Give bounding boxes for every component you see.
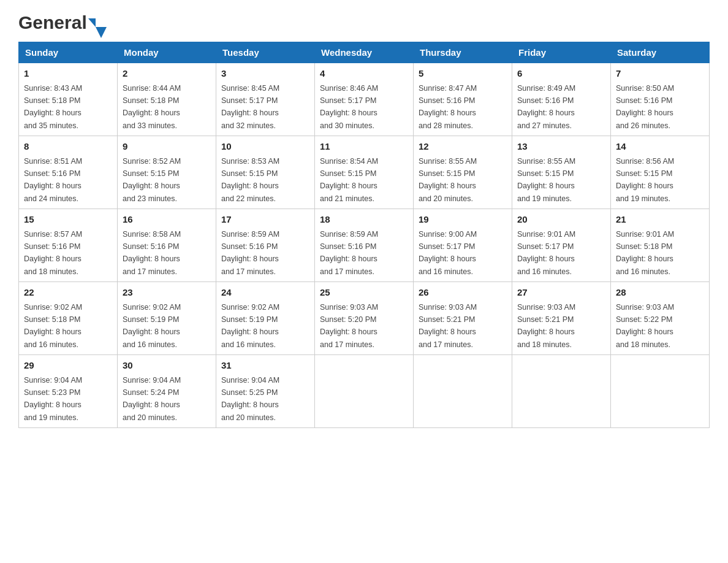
- page-header: General: [18, 12, 710, 29]
- day-number: 6: [517, 67, 605, 81]
- day-info: Sunrise: 9:03 AMSunset: 5:21 PMDaylight:…: [517, 303, 575, 349]
- day-info: Sunrise: 9:03 AMSunset: 5:20 PMDaylight:…: [320, 303, 378, 349]
- day-info: Sunrise: 9:03 AMSunset: 5:21 PMDaylight:…: [419, 303, 477, 349]
- day-info: Sunrise: 8:56 AMSunset: 5:15 PMDaylight:…: [616, 157, 674, 203]
- day-number: 10: [221, 140, 309, 154]
- day-info: Sunrise: 9:04 AMSunset: 5:23 PMDaylight:…: [24, 376, 82, 422]
- calendar-cell: 13 Sunrise: 8:55 AMSunset: 5:15 PMDaylig…: [512, 136, 611, 209]
- day-info: Sunrise: 9:02 AMSunset: 5:19 PMDaylight:…: [221, 303, 279, 349]
- calendar-cell: 7 Sunrise: 8:50 AMSunset: 5:16 PMDayligh…: [611, 63, 710, 136]
- day-info: Sunrise: 9:04 AMSunset: 5:25 PMDaylight:…: [221, 376, 279, 422]
- calendar-cell: 4 Sunrise: 8:46 AMSunset: 5:17 PMDayligh…: [315, 63, 414, 136]
- day-info: Sunrise: 9:01 AMSunset: 5:17 PMDaylight:…: [517, 230, 575, 276]
- day-info: Sunrise: 8:51 AMSunset: 5:16 PMDaylight:…: [24, 157, 82, 203]
- day-number: 18: [320, 213, 408, 227]
- calendar-cell: [611, 355, 710, 428]
- week-row-3: 15 Sunrise: 8:57 AMSunset: 5:16 PMDaylig…: [19, 209, 710, 282]
- day-number: 27: [517, 286, 605, 300]
- calendar-cell: 3 Sunrise: 8:45 AMSunset: 5:17 PMDayligh…: [216, 63, 315, 136]
- day-info: Sunrise: 9:01 AMSunset: 5:18 PMDaylight:…: [616, 230, 674, 276]
- header-saturday: Saturday: [611, 42, 710, 63]
- day-info: Sunrise: 8:43 AMSunset: 5:18 PMDaylight:…: [24, 84, 82, 130]
- day-info: Sunrise: 8:49 AMSunset: 5:16 PMDaylight:…: [517, 84, 575, 130]
- day-number: 19: [419, 213, 507, 227]
- day-number: 4: [320, 67, 408, 81]
- header-tuesday: Tuesday: [216, 42, 315, 63]
- day-number: 11: [320, 140, 408, 154]
- svg-marker-0: [96, 27, 107, 38]
- calendar-cell: 2 Sunrise: 8:44 AMSunset: 5:18 PMDayligh…: [118, 63, 216, 136]
- calendar-cell: 16 Sunrise: 8:58 AMSunset: 5:16 PMDaylig…: [118, 209, 216, 282]
- day-number: 13: [517, 140, 605, 154]
- day-number: 20: [517, 213, 605, 227]
- day-info: Sunrise: 8:57 AMSunset: 5:16 PMDaylight:…: [24, 230, 82, 276]
- header-sunday: Sunday: [19, 42, 118, 63]
- logo-general-text: General: [18, 12, 87, 33]
- day-info: Sunrise: 8:52 AMSunset: 5:15 PMDaylight:…: [123, 157, 181, 203]
- calendar-cell: 5 Sunrise: 8:47 AMSunset: 5:16 PMDayligh…: [414, 63, 512, 136]
- day-info: Sunrise: 9:03 AMSunset: 5:22 PMDaylight:…: [616, 303, 674, 349]
- day-number: 22: [24, 286, 112, 300]
- week-row-1: 1 Sunrise: 8:43 AMSunset: 5:18 PMDayligh…: [19, 63, 710, 136]
- day-info: Sunrise: 8:50 AMSunset: 5:16 PMDaylight:…: [616, 84, 674, 130]
- calendar-cell: 11 Sunrise: 8:54 AMSunset: 5:15 PMDaylig…: [315, 136, 414, 209]
- week-row-5: 29 Sunrise: 9:04 AMSunset: 5:23 PMDaylig…: [19, 355, 710, 428]
- day-info: Sunrise: 8:55 AMSunset: 5:15 PMDaylight:…: [517, 157, 575, 203]
- calendar-cell: 1 Sunrise: 8:43 AMSunset: 5:18 PMDayligh…: [19, 63, 118, 136]
- day-info: Sunrise: 9:00 AMSunset: 5:17 PMDaylight:…: [419, 230, 477, 276]
- calendar-cell: 23 Sunrise: 9:02 AMSunset: 5:19 PMDaylig…: [118, 282, 216, 355]
- day-number: 30: [123, 359, 211, 373]
- day-number: 8: [24, 140, 112, 154]
- day-number: 15: [24, 213, 112, 227]
- day-info: Sunrise: 8:44 AMSunset: 5:18 PMDaylight:…: [123, 84, 181, 130]
- day-info: Sunrise: 8:53 AMSunset: 5:15 PMDaylight:…: [221, 157, 279, 203]
- calendar-cell: 15 Sunrise: 8:57 AMSunset: 5:16 PMDaylig…: [19, 209, 118, 282]
- calendar-header-row: SundayMondayTuesdayWednesdayThursdayFrid…: [19, 42, 710, 63]
- calendar-cell: 24 Sunrise: 9:02 AMSunset: 5:19 PMDaylig…: [216, 282, 315, 355]
- calendar-cell: 20 Sunrise: 9:01 AMSunset: 5:17 PMDaylig…: [512, 209, 611, 282]
- day-number: 14: [616, 140, 704, 154]
- logo-arrow-icon: [88, 18, 96, 27]
- day-number: 28: [616, 286, 704, 300]
- calendar-cell: 18 Sunrise: 8:59 AMSunset: 5:16 PMDaylig…: [315, 209, 414, 282]
- calendar-cell: 9 Sunrise: 8:52 AMSunset: 5:15 PMDayligh…: [118, 136, 216, 209]
- day-info: Sunrise: 8:59 AMSunset: 5:16 PMDaylight:…: [221, 230, 279, 276]
- calendar-cell: 27 Sunrise: 9:03 AMSunset: 5:21 PMDaylig…: [512, 282, 611, 355]
- calendar-cell: 19 Sunrise: 9:00 AMSunset: 5:17 PMDaylig…: [414, 209, 512, 282]
- day-info: Sunrise: 8:45 AMSunset: 5:17 PMDaylight:…: [221, 84, 279, 130]
- header-wednesday: Wednesday: [315, 42, 414, 63]
- header-monday: Monday: [118, 42, 216, 63]
- day-number: 21: [616, 213, 704, 227]
- day-number: 31: [221, 359, 309, 373]
- day-info: Sunrise: 8:46 AMSunset: 5:17 PMDaylight:…: [320, 84, 378, 130]
- day-number: 1: [24, 67, 112, 81]
- calendar-cell: 6 Sunrise: 8:49 AMSunset: 5:16 PMDayligh…: [512, 63, 611, 136]
- calendar-cell: 30 Sunrise: 9:04 AMSunset: 5:24 PMDaylig…: [118, 355, 216, 428]
- calendar-cell: 26 Sunrise: 9:03 AMSunset: 5:21 PMDaylig…: [414, 282, 512, 355]
- day-info: Sunrise: 8:54 AMSunset: 5:15 PMDaylight:…: [320, 157, 378, 203]
- day-number: 23: [123, 286, 211, 300]
- calendar-cell: 10 Sunrise: 8:53 AMSunset: 5:15 PMDaylig…: [216, 136, 315, 209]
- day-number: 7: [616, 67, 704, 81]
- day-info: Sunrise: 9:04 AMSunset: 5:24 PMDaylight:…: [123, 376, 181, 422]
- day-number: 2: [123, 67, 211, 81]
- logo: General: [18, 12, 96, 29]
- calendar-cell: 17 Sunrise: 8:59 AMSunset: 5:16 PMDaylig…: [216, 209, 315, 282]
- day-number: 17: [221, 213, 309, 227]
- calendar-table: SundayMondayTuesdayWednesdayThursdayFrid…: [18, 42, 710, 428]
- calendar-cell: 8 Sunrise: 8:51 AMSunset: 5:16 PMDayligh…: [19, 136, 118, 209]
- day-info: Sunrise: 8:47 AMSunset: 5:16 PMDaylight:…: [419, 84, 477, 130]
- week-row-2: 8 Sunrise: 8:51 AMSunset: 5:16 PMDayligh…: [19, 136, 710, 209]
- calendar-cell: [414, 355, 512, 428]
- day-number: 26: [419, 286, 507, 300]
- calendar-cell: 31 Sunrise: 9:04 AMSunset: 5:25 PMDaylig…: [216, 355, 315, 428]
- day-number: 24: [221, 286, 309, 300]
- day-info: Sunrise: 8:58 AMSunset: 5:16 PMDaylight:…: [123, 230, 181, 276]
- day-number: 3: [221, 67, 309, 81]
- day-number: 9: [123, 140, 211, 154]
- day-info: Sunrise: 9:02 AMSunset: 5:18 PMDaylight:…: [24, 303, 82, 349]
- day-number: 29: [24, 359, 112, 373]
- calendar-cell: 22 Sunrise: 9:02 AMSunset: 5:18 PMDaylig…: [19, 282, 118, 355]
- calendar-cell: [315, 355, 414, 428]
- day-number: 12: [419, 140, 507, 154]
